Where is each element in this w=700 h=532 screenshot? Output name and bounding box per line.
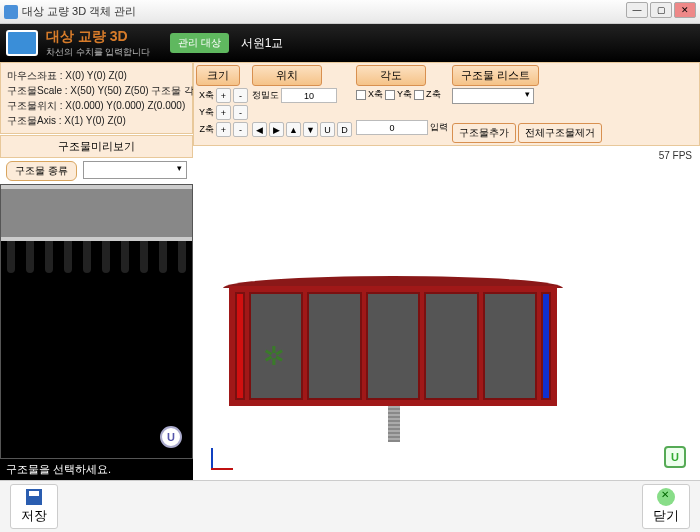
z-plus-button[interactable]: + (216, 122, 231, 137)
control-panel: 크기 X축+- Y축+- Z축+- 위치 정밀도 ◀ ▶ ▲ ▼ U D (193, 62, 700, 146)
structure-type-button[interactable]: 구조물 종류 (6, 161, 77, 181)
window-title: 대상 교량 3D 객체 관리 (22, 4, 136, 19)
save-label: 저장 (21, 507, 47, 525)
x-plus-button[interactable]: + (216, 88, 231, 103)
structure-position: 구조물위치 : X(0.000) Y(0.000) Z(0.000) (7, 98, 186, 113)
banner-title: 대상 교량 3D (46, 28, 150, 46)
d-button[interactable]: D (337, 122, 352, 137)
y-axis-label: Y축 (196, 106, 214, 119)
footer-bar: 저장 닫기 (0, 480, 700, 532)
monitor-icon (6, 30, 38, 56)
window-titlebar: 대상 교량 3D 객체 관리 — ▢ ✕ (0, 0, 700, 24)
preview-header: 구조물미리보기 (0, 135, 193, 158)
move-down-button[interactable]: ▼ (303, 122, 318, 137)
bridge-name-label: 서원1교 (241, 35, 284, 52)
fps-counter: 57 FPS (659, 150, 692, 161)
x-axis-label: X축 (196, 89, 214, 102)
close-window-button[interactable]: ✕ (674, 2, 696, 18)
preview-u-badge[interactable]: U (160, 426, 182, 448)
preview-prompt: 구조물을 선택하세요. (0, 459, 193, 480)
mouse-coords: 마우스좌표 : X(0) Y(0) Z(0) (7, 68, 186, 83)
maximize-button[interactable]: ▢ (650, 2, 672, 18)
add-structure-button[interactable]: 구조물추가 (452, 123, 516, 143)
z-minus-button[interactable]: - (233, 122, 248, 137)
precision-input[interactable] (281, 88, 337, 103)
structure-axis: 구조물Axis : X(1) Y(0) Z(0) (7, 113, 186, 128)
structure-list-header: 구조물 리스트 (452, 65, 539, 86)
save-button[interactable]: 저장 (10, 484, 58, 529)
bridge-3d-model (223, 276, 563, 406)
z-axis-label: Z축 (196, 123, 214, 136)
angle-x-checkbox[interactable] (356, 90, 366, 100)
angle-header: 각도 (356, 65, 426, 86)
move-left-button[interactable]: ◀ (252, 122, 267, 137)
structure-preview-viewport[interactable]: U (0, 184, 193, 459)
viewport-u-badge[interactable]: U (664, 446, 686, 468)
angle-y-checkbox[interactable] (385, 90, 395, 100)
u-button[interactable]: U (320, 122, 335, 137)
input-label: 입력 (430, 121, 448, 134)
app-icon (4, 5, 18, 19)
y-minus-button[interactable]: - (233, 105, 248, 120)
manage-target-button[interactable]: 관리 대상 (170, 33, 229, 53)
close-label: 닫기 (653, 507, 679, 525)
remove-all-structures-button[interactable]: 전체구조물제거 (518, 123, 602, 143)
position-header: 위치 (252, 65, 322, 86)
minimize-button[interactable]: — (626, 2, 648, 18)
structure-scale: 구조물Scale : X(50) Y(50) Z(50) 구조물 각도 : 0 (7, 83, 186, 98)
structure-type-dropdown[interactable] (83, 161, 187, 179)
header-banner: 대상 교량 3D 차선의 수치를 입력합니다 관리 대상 서원1교 (0, 24, 700, 62)
size-header: 크기 (196, 65, 240, 86)
y-plus-button[interactable]: + (216, 105, 231, 120)
close-button[interactable]: 닫기 (642, 484, 690, 529)
status-readout: 마우스좌표 : X(0) Y(0) Z(0) 구조물Scale : X(50) … (0, 62, 193, 134)
x-minus-button[interactable]: - (233, 88, 248, 103)
save-icon (25, 488, 43, 506)
structure-list-dropdown[interactable] (452, 88, 534, 104)
bridge-pier (388, 406, 400, 442)
precision-label: 정밀도 (252, 89, 279, 102)
close-icon (657, 488, 675, 506)
angle-input[interactable] (356, 120, 428, 135)
move-right-button[interactable]: ▶ (269, 122, 284, 137)
main-3d-viewport[interactable]: 57 FPS U (193, 146, 700, 480)
move-up-button[interactable]: ▲ (286, 122, 301, 137)
vegetation-icon (263, 341, 293, 366)
angle-z-checkbox[interactable] (414, 90, 424, 100)
banner-subtitle: 차선의 수치를 입력합니다 (46, 46, 150, 59)
